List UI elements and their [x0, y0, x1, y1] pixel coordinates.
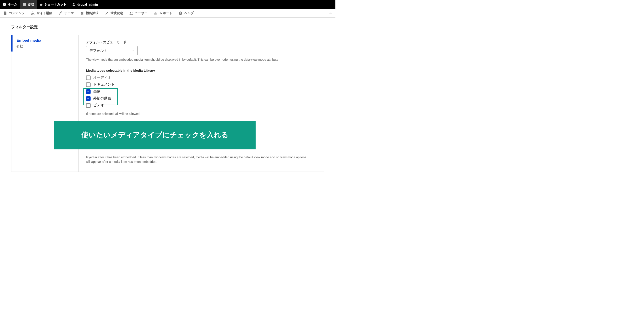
toolbar-manage-label: 管理	[28, 3, 34, 7]
annotation-banner-text: 使いたいメディアタイプにチェックを入れる	[82, 130, 228, 140]
page-body: フィルター設定 Embed media 有効 デフォルトのビューモード デフォル…	[0, 18, 336, 185]
menu-structure[interactable]: サイト構築	[28, 9, 56, 18]
brush-icon	[58, 11, 62, 15]
media-type-label: 画像	[93, 89, 100, 94]
menu-extend[interactable]: 機能拡張	[77, 9, 102, 18]
svg-point-1	[73, 3, 74, 5]
filter-panel: Embed media 有効 デフォルトのビューモード デフォルト The vi…	[11, 35, 324, 172]
star-icon	[39, 3, 43, 6]
filter-sidebar: Embed media 有効	[12, 35, 78, 172]
toolbar-back-label: ホーム	[8, 3, 17, 7]
menu-people[interactable]: ユーザー	[126, 9, 151, 18]
puzzle-icon	[80, 11, 84, 15]
default-viewmode-block: デフォルトのビューモード デフォルト The view mode that an…	[86, 40, 316, 62]
admin-menu: コンテンツ サイト構築 テーマ 機能拡張 環境設定 ユーザー レポート ? ヘル…	[0, 9, 336, 18]
media-types-block: Media types selectable in the Media Libr…	[86, 69, 316, 116]
toolbar-top: ホーム 管理 ショートカット drupal_admin	[0, 0, 336, 9]
menu-help[interactable]: ? ヘルプ	[175, 9, 197, 18]
svg-rect-2	[33, 12, 33, 12]
menu-extend-label: 機能拡張	[86, 11, 98, 15]
svg-rect-5	[34, 14, 34, 15]
filter-tab-status: 有効	[16, 44, 74, 48]
menu-help-label: ヘルプ	[184, 11, 194, 15]
chevron-down-icon	[131, 49, 134, 52]
svg-rect-10	[156, 13, 157, 14]
svg-rect-8	[154, 13, 155, 15]
media-type-checkbox[interactable]: 画像	[86, 88, 316, 95]
checkbox-icon	[86, 76, 90, 80]
menu-people-label: ユーザー	[135, 11, 148, 15]
default-viewmode-label: デフォルトのビューモード	[86, 40, 316, 44]
default-viewmode-select[interactable]: デフォルト	[86, 46, 138, 55]
sitemap-icon	[31, 11, 35, 15]
default-viewmode-help: The view mode that an embedded media ite…	[86, 57, 310, 62]
checkbox-icon	[86, 82, 90, 87]
svg-text:?: ?	[180, 12, 181, 14]
collapse-icon	[328, 11, 332, 15]
checkbox-icon	[86, 103, 90, 108]
checkbox-icon	[86, 89, 90, 94]
toolbar-shortcuts[interactable]: ショートカット	[37, 0, 69, 9]
toolbar-user[interactable]: drupal_admin	[69, 0, 100, 9]
filter-tab-name: Embed media	[16, 38, 74, 43]
menu-content[interactable]: コンテンツ	[0, 9, 28, 18]
filter-main: デフォルトのビューモード デフォルト The view mode that an…	[78, 35, 324, 172]
annotation-banner: 使いたいメディアタイプにチェックを入れる	[54, 121, 256, 149]
barchart-icon	[154, 11, 158, 15]
svg-rect-9	[156, 12, 156, 15]
media-type-checkbox[interactable]: 外部の動画	[86, 95, 316, 102]
toolbar-back-home[interactable]: ホーム	[0, 0, 20, 9]
toolbar-manage[interactable]: 管理	[20, 0, 37, 9]
media-type-checkbox[interactable]: ビデオ	[86, 102, 316, 109]
checkbox-icon	[86, 96, 90, 101]
menu-appearance[interactable]: テーマ	[56, 9, 77, 18]
media-type-label: ビデオ	[93, 103, 104, 108]
media-type-checkbox[interactable]: オーディオ	[86, 74, 316, 81]
menu-reports-label: レポート	[160, 11, 172, 15]
toolbar-user-label: drupal_admin	[77, 3, 98, 6]
svg-rect-3	[31, 14, 32, 15]
menu-collapse-toggle[interactable]	[327, 9, 334, 18]
menu-reports[interactable]: レポート	[151, 9, 175, 18]
viewmodes-selectable-help: layed in after it has been embedded. If …	[86, 155, 310, 164]
svg-rect-4	[33, 14, 33, 15]
media-types-label: Media types selectable in the Media Libr…	[86, 69, 316, 72]
toolbar-shortcuts-label: ショートカット	[44, 3, 66, 7]
wrench-icon	[105, 11, 109, 15]
default-viewmode-value: デフォルト	[90, 48, 107, 53]
file-icon	[3, 11, 7, 15]
media-type-label: 外部の動画	[93, 96, 111, 101]
media-types-list: オーディオドキュメント画像外部の動画ビデオ	[86, 74, 316, 109]
hamburger-icon	[22, 3, 26, 6]
menu-config[interactable]: 環境設定	[102, 9, 126, 18]
media-type-label: ドキュメント	[93, 82, 115, 87]
menu-config-label: 環境設定	[110, 11, 123, 15]
back-circle-icon	[3, 3, 6, 6]
filter-tab-embed-media[interactable]: Embed media 有効	[12, 35, 78, 52]
people-icon	[129, 11, 133, 15]
help-icon: ?	[178, 11, 182, 15]
media-type-label: オーディオ	[93, 75, 111, 80]
menu-content-label: コンテンツ	[9, 11, 24, 15]
menu-structure-label: サイト構築	[37, 11, 52, 15]
menu-appearance-label: テーマ	[64, 11, 74, 15]
svg-point-6	[130, 12, 131, 13]
user-icon	[72, 3, 76, 7]
svg-point-0	[3, 3, 6, 6]
media-types-help: If none are selected, all will be allowe…	[86, 112, 310, 116]
media-type-checkbox[interactable]: ドキュメント	[86, 81, 316, 88]
svg-point-7	[132, 12, 132, 13]
filter-settings-title: フィルター設定	[11, 25, 324, 30]
